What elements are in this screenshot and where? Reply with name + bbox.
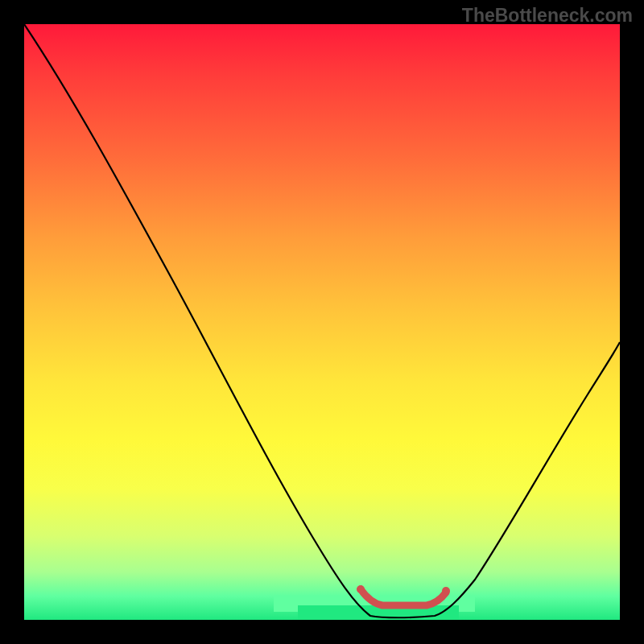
chart-svg: [24, 24, 620, 620]
bottleneck-curve: [24, 24, 620, 617]
optimal-zone-end-dot: [442, 587, 450, 595]
watermark-text: TheBottleneck.com: [462, 5, 633, 27]
chart-plot-area: [24, 24, 620, 620]
optimal-zone-start-dot: [357, 585, 365, 593]
